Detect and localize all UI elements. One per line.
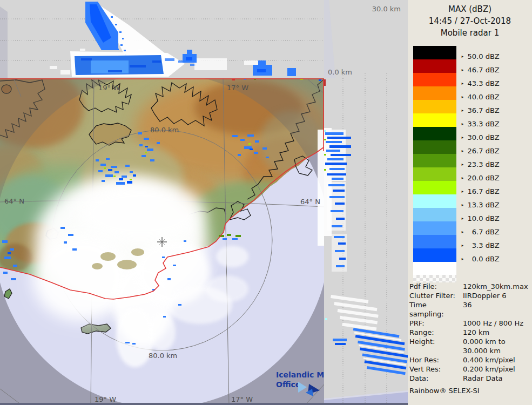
- parallel-64n-label-right: 64° N: [300, 198, 320, 206]
- range-ring-label-top: 80.0 km: [150, 126, 179, 134]
- legend-arrow-icon: ‣: [461, 80, 464, 87]
- metadata-label: Time sampling:: [409, 300, 463, 319]
- legend-label: ‣36.7 dBZ: [461, 106, 500, 114]
- legend-label: ‣10.0 dBZ: [461, 214, 500, 222]
- metadata-row: Height:0.000 km to 30.000 km: [409, 337, 530, 355]
- scan-timestamp: 14:45 / 27-Oct-2018: [408, 15, 532, 27]
- product-title: MAX (dBZ): [408, 3, 532, 15]
- metadata-value: 120km_30km.max: [463, 282, 528, 291]
- metadata-value: 0.200 km/pixel: [463, 364, 515, 374]
- logo-text-line1: Icelandic Met: [276, 370, 324, 379]
- sidebar-header: MAX (dBZ) 14:45 / 27-Oct-2018 Mobile rad…: [408, 3, 532, 39]
- legend-swatch: [413, 113, 456, 127]
- legend-scale: ‣50.0 dBZ‣46.7 dBZ‣43.3 dBZ‣40.0 dBZ‣36.…: [413, 46, 530, 284]
- legend-arrow-icon: ‣: [461, 161, 464, 168]
- info-sidebar: MAX (dBZ) 14:45 / 27-Oct-2018 Mobile rad…: [408, 0, 532, 405]
- legend-label: ‣30.0 dBZ: [461, 133, 500, 141]
- metadata-label: Data:: [409, 374, 463, 383]
- legend-arrow-icon: ‣: [461, 121, 464, 128]
- legend-label: ‣40.0 dBZ: [461, 93, 500, 101]
- legend-swatch: [413, 140, 456, 154]
- height-axis-max-label: 30.0 km: [372, 5, 401, 13]
- legend-swatch: [413, 46, 456, 59]
- metadata-row: Hor Res:0.400 km/pixel: [409, 355, 530, 364]
- metadata-row: PRF:1000 Hz / 800 Hz: [409, 319, 530, 328]
- legend-arrow-icon: ‣: [461, 94, 464, 101]
- metadata-label: PRF:: [409, 319, 463, 328]
- legend-arrow-icon: ‣: [461, 202, 464, 209]
- metadata-row: Data:Radar Data: [409, 374, 530, 383]
- legend-arrow-icon: ‣: [461, 256, 464, 263]
- legend-label: ‣33.3 dBZ: [461, 120, 500, 128]
- legend-arrow-icon: ‣: [461, 229, 464, 236]
- metadata-value: IIRDoppler 6: [463, 291, 507, 300]
- legend-swatch: [413, 194, 456, 208]
- metadata-value: 0.000 km to 30.000 km: [463, 337, 506, 355]
- legend-swatch: [413, 154, 456, 167]
- legend-arrow-icon: ‣: [461, 134, 464, 141]
- legend-arrow-icon: ‣: [461, 107, 464, 114]
- meridian-19w-label-bottom: 19° W: [95, 395, 116, 403]
- legend-swatch: [413, 59, 456, 73]
- legend-swatch: [413, 181, 456, 194]
- legend-label: ‣3.3 dBZ: [461, 241, 500, 249]
- metadata-label: Vert Res:: [409, 364, 463, 374]
- legend-label: ‣16.7 dBZ: [461, 187, 500, 195]
- metadata-label: Hor Res:: [409, 355, 463, 364]
- window-bottom-edge: [0, 403, 408, 405]
- legend-swatch: [413, 73, 456, 86]
- legend-arrow-icon: ‣: [461, 175, 464, 182]
- legend-swatch-transparent: [413, 262, 456, 275]
- legend-swatch: [413, 221, 456, 235]
- metadata-rows: Pdf File:120km_30km.maxClutter Filter:II…: [409, 282, 530, 383]
- legend-swatches: [413, 46, 456, 282]
- metadata-label: Height:: [409, 337, 463, 355]
- legend-label: ‣43.3 dBZ: [461, 79, 500, 87]
- legend-swatch: [413, 167, 456, 181]
- legend-swatch: [413, 208, 456, 221]
- metadata-label: Range:: [409, 328, 463, 337]
- radar-name: Mobile radar 1: [408, 27, 532, 39]
- top-height-profile-panel[interactable]: 30.0 km 0.0 km: [0, 0, 408, 78]
- metadata-row: Pdf File:120km_30km.max: [409, 282, 530, 291]
- radar-map-panel[interactable]: 19° W 17° W 64° N 64° N 80.0 km 80.0 km …: [0, 78, 324, 405]
- right-height-profile-panel[interactable]: [324, 78, 408, 405]
- legend-transparency-checker: [413, 275, 456, 282]
- legend-label: ‣23.3 dBZ: [461, 160, 500, 168]
- metadata-row: Vert Res:0.200 km/pixel: [409, 364, 530, 374]
- height-axis-min-label: 0.0 km: [328, 68, 352, 76]
- legend-label: ‣20.0 dBZ: [461, 174, 500, 182]
- logo-text-line2: Office: [276, 380, 300, 389]
- meridian-19w-label-top: 19° W: [98, 84, 120, 92]
- legend-label: ‣26.7 dBZ: [461, 147, 500, 155]
- legend-label: ‣0.0 dBZ: [461, 255, 500, 263]
- metadata-value: 1000 Hz / 800 Hz: [463, 319, 523, 328]
- metadata-value: Radar Data: [463, 374, 502, 383]
- legend-arrow-icon: ‣: [461, 242, 464, 249]
- metadata-label: Clutter Filter:: [409, 291, 463, 300]
- metadata-row: Clutter Filter:IIRDoppler 6: [409, 291, 530, 300]
- legend-swatch: [413, 127, 456, 140]
- software-name: Rainbow® SELEX-SI: [409, 386, 530, 395]
- meridian-17w-label-bottom: 17° W: [231, 395, 253, 403]
- radar-application-window: 30.0 km 0.0 km: [0, 0, 532, 405]
- metadata-row: Time sampling:36: [409, 300, 530, 319]
- metadata-value: 120 km: [463, 328, 489, 337]
- legend-arrow-icon: ‣: [461, 53, 464, 60]
- metadata-label: Pdf File:: [409, 282, 463, 291]
- legend-label: ‣46.7 dBZ: [461, 66, 500, 74]
- top-profile-left-edge: [0, 6, 8, 78]
- legend-arrow-icon: ‣: [461, 188, 464, 195]
- metadata-value: 36: [463, 300, 472, 319]
- parallel-64n-label-left: 64° N: [4, 197, 24, 205]
- metadata-value: 0.400 km/pixel: [463, 355, 515, 364]
- metadata-panel: Pdf File:120km_30km.maxClutter Filter:II…: [409, 282, 530, 395]
- legend-swatch: [413, 248, 456, 262]
- legend-arrow-icon: ‣: [461, 215, 464, 222]
- legend-swatch: [413, 235, 456, 248]
- meridian-17w-label-top: 17° W: [227, 84, 248, 92]
- legend-swatch: [413, 100, 456, 113]
- legend-label: ‣13.3 dBZ: [461, 201, 500, 209]
- range-ring-label-bottom: 80.0 km: [149, 352, 177, 360]
- legend-arrow-icon: ‣: [461, 67, 464, 74]
